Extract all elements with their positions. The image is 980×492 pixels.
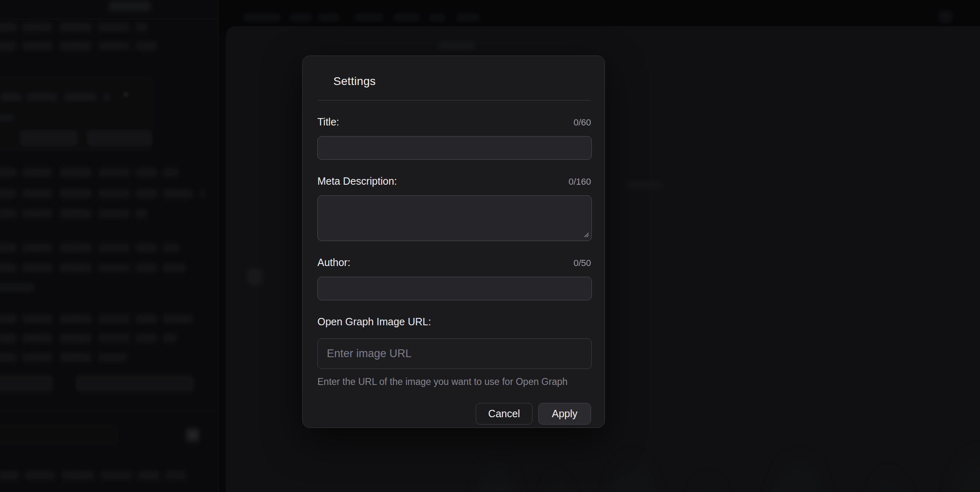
app-window: × (0, 0, 980, 492)
dialog-divider (317, 100, 591, 101)
dialog-title: Settings (333, 75, 590, 88)
title-label: Title: (317, 116, 339, 128)
author-field-header: Author: 0/50 (317, 257, 591, 268)
meta-description-field-header: Meta Description: 0/160 (317, 175, 591, 187)
author-label: Author: (317, 257, 351, 268)
meta-description-wrap (317, 195, 592, 241)
title-input[interactable] (317, 136, 592, 160)
meta-description-textarea[interactable] (317, 195, 592, 241)
dialog-header: Settings (303, 56, 605, 88)
og-image-label: Open Graph Image URL: (317, 316, 431, 328)
og-image-helper-text: Enter the URL of the image you want to u… (317, 376, 591, 387)
author-input[interactable] (317, 277, 592, 300)
og-image-url-input[interactable] (317, 338, 592, 369)
og-image-field-header: Open Graph Image URL: (317, 316, 591, 328)
settings-dialog: Settings Title: 0/60 Meta Description: 0… (302, 56, 605, 428)
dialog-footer: Cancel Apply (317, 403, 591, 425)
dialog-body: Title: 0/60 Meta Description: 0/160 Auth… (303, 116, 605, 425)
meta-description-char-counter: 0/160 (569, 177, 591, 187)
author-char-counter: 0/50 (573, 258, 591, 268)
meta-description-label: Meta Description: (317, 175, 397, 187)
apply-button[interactable]: Apply (538, 403, 591, 425)
cancel-button[interactable]: Cancel (476, 403, 533, 425)
title-char-counter: 0/60 (573, 117, 591, 128)
title-field-header: Title: 0/60 (317, 116, 591, 128)
